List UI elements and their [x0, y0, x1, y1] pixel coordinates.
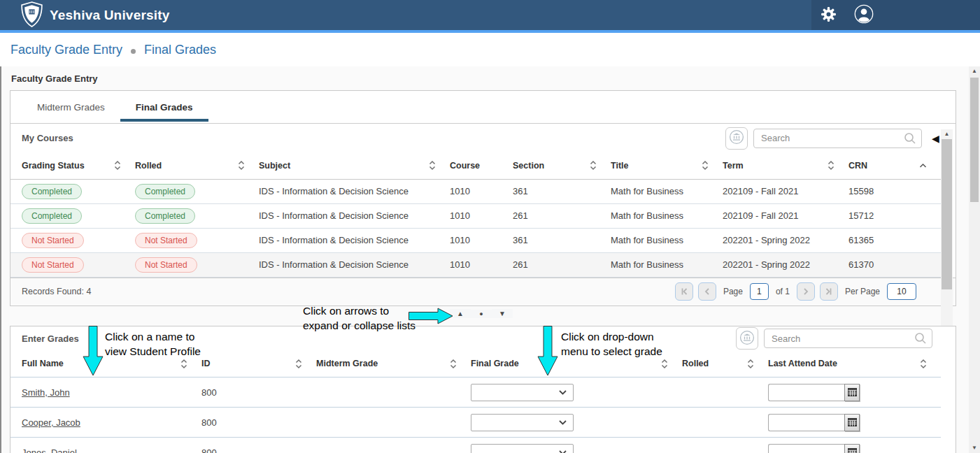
resize-handle-dot[interactable]: ●	[471, 310, 492, 318]
calendar-button[interactable]	[844, 444, 860, 453]
student-id-cell: 800	[201, 378, 316, 408]
section-cell: 361	[513, 228, 611, 252]
calendar-icon	[848, 418, 857, 426]
search-icon	[904, 132, 916, 145]
tab-final-grades[interactable]: Final Grades	[120, 94, 208, 123]
sort-icon[interactable]	[295, 359, 302, 369]
subject-cell: IDS - Information & Decision Science	[259, 228, 450, 252]
rolled-badge: Completed	[135, 184, 195, 199]
page-scrollbar-thumb[interactable]	[970, 78, 979, 202]
landmark-icon	[729, 129, 744, 147]
student-name-link[interactable]: Smith, John	[22, 387, 70, 398]
list-resize-controls: ▲ ● ▼	[450, 309, 513, 318]
scroll-down-icon[interactable]: ▼	[969, 443, 980, 453]
tab-midterm-grades[interactable]: Midterm Grades	[22, 94, 120, 123]
page-number-input[interactable]	[750, 283, 769, 300]
collapse-list-button[interactable]: ▼	[492, 309, 513, 318]
enter-grades-search-input[interactable]	[764, 329, 932, 348]
my-courses-search	[753, 129, 922, 148]
final-grade-select[interactable]	[471, 414, 574, 431]
university-shield-logo-icon	[21, 1, 43, 30]
last-page-button[interactable]	[820, 282, 838, 301]
enter-grades-title: Enter Grades	[22, 333, 79, 344]
section-cell: 361	[513, 179, 611, 203]
annotation-down-arrow-icon	[537, 326, 558, 376]
course-row[interactable]: Completed Completed IDS - Information & …	[10, 203, 941, 228]
crn-cell: 61370	[848, 252, 941, 277]
calendar-button[interactable]	[844, 414, 860, 431]
sort-icon[interactable]	[114, 160, 121, 171]
scroll-up-icon[interactable]: ▲	[969, 66, 980, 76]
scrollbar-thumb[interactable]	[942, 139, 952, 289]
midterm-grade-cell	[316, 438, 471, 453]
last-attend-date-input[interactable]	[768, 414, 844, 431]
sort-asc-icon[interactable]	[919, 163, 927, 168]
chevron-down-icon	[559, 420, 567, 425]
calendar-button[interactable]	[844, 384, 860, 401]
my-courses-search-input[interactable]	[753, 129, 922, 148]
grid-settings-button[interactable]	[725, 127, 748, 150]
sort-icon[interactable]	[180, 359, 187, 369]
course-cell: 1010	[450, 203, 513, 228]
term-cell: 202109 - Fall 2021	[723, 203, 848, 228]
course-row[interactable]: Not Started Not Started IDS - Informatio…	[10, 228, 941, 252]
collapse-left-icon[interactable]: ◀	[932, 134, 939, 143]
col-course: Course	[450, 161, 480, 171]
first-page-button[interactable]	[675, 282, 693, 301]
sort-icon[interactable]	[702, 160, 709, 171]
first-page-icon	[680, 287, 688, 296]
col-last-attend-date: Last Attend Date	[768, 359, 837, 368]
chevron-down-icon	[559, 450, 567, 453]
title-cell: Math for Business	[611, 179, 723, 203]
sort-icon[interactable]	[828, 160, 835, 171]
page-scrollbar[interactable]: ▲ ▼	[969, 66, 980, 453]
page-label: Page	[723, 287, 743, 296]
final-grade-select[interactable]	[471, 384, 574, 401]
final-grade-select[interactable]	[471, 444, 574, 453]
sort-icon[interactable]	[429, 160, 436, 171]
grid-settings-button[interactable]	[736, 327, 758, 350]
prev-page-button[interactable]	[698, 282, 716, 301]
my-courses-card: Midterm Grades Final Grades My Courses	[10, 90, 956, 306]
profile-button[interactable]	[854, 4, 874, 26]
my-courses-header-row: Grading Status Rolled Subject Course Sec…	[10, 152, 941, 179]
crn-cell: 61365	[848, 228, 941, 252]
per-page-label: Per Page	[845, 287, 880, 296]
sort-icon[interactable]	[590, 160, 597, 171]
settings-button[interactable]	[820, 6, 837, 25]
sort-icon[interactable]	[450, 359, 457, 369]
annotation-down-arrow-icon	[83, 326, 104, 376]
midterm-grade-cell	[316, 408, 471, 438]
crn-cell: 15598	[848, 179, 941, 203]
sort-icon[interactable]	[920, 359, 927, 369]
subject-cell: IDS - Information & Decision Science	[259, 252, 450, 277]
my-courses-toolbar: My Courses	[10, 124, 956, 152]
my-courses-table: Grading Status Rolled Subject Course Sec…	[10, 152, 941, 278]
sort-icon[interactable]	[747, 359, 754, 369]
student-name-link[interactable]: Jones, Daniel	[22, 447, 77, 453]
next-page-button[interactable]	[797, 282, 815, 301]
student-name-link[interactable]: Cooper, Jacob	[22, 417, 80, 428]
col-id: ID	[201, 359, 211, 368]
last-attend-date-input[interactable]	[768, 444, 844, 453]
sort-icon[interactable]	[238, 160, 245, 171]
breadcrumb-final-grades[interactable]: Final Grades	[144, 43, 216, 57]
tab-bar: Midterm Grades Final Grades	[10, 91, 956, 124]
student-id-cell: 800	[201, 438, 316, 453]
breadcrumb-faculty-grade-entry[interactable]: Faculty Grade Entry	[10, 43, 122, 57]
enter-grades-search	[764, 329, 932, 348]
sort-icon[interactable]	[661, 359, 668, 369]
term-cell: 202201 - Spring 2022	[723, 252, 848, 277]
course-row[interactable]: Completed Completed IDS - Information & …	[10, 179, 941, 203]
term-cell: 202201 - Spring 2022	[723, 228, 848, 252]
course-row[interactable]: Not Started Not Started IDS - Informatio…	[10, 252, 941, 277]
col-grading-status: Grading Status	[22, 161, 85, 171]
annotation-name-text: Click on a name to view Student Profile	[105, 329, 201, 359]
scroll-up-icon[interactable]: ▲	[941, 129, 953, 138]
search-icon	[914, 332, 927, 345]
pagination: Page of 1 Per Page	[675, 282, 916, 301]
landmark-icon	[739, 330, 755, 347]
grading-status-badge: Not Started	[22, 233, 84, 248]
last-attend-date-input[interactable]	[768, 384, 844, 401]
per-page-input[interactable]	[887, 283, 916, 300]
